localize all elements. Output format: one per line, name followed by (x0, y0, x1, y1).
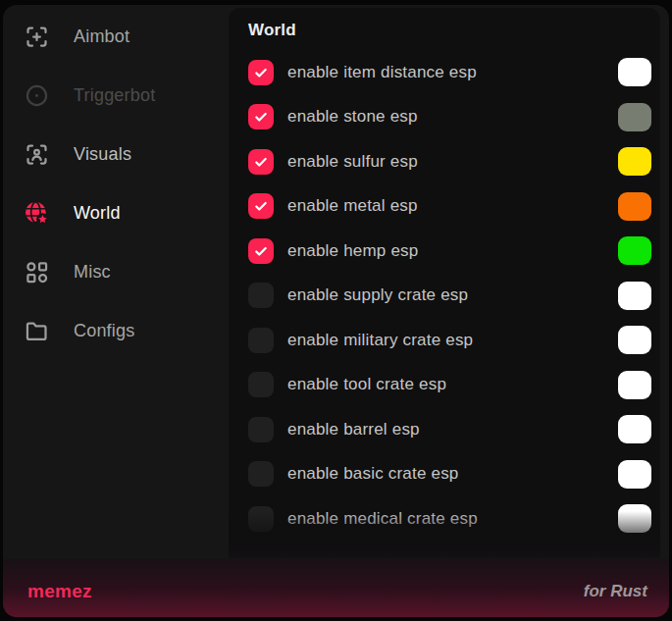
category-grid-icon (24, 259, 50, 285)
esp-checkbox[interactable] (248, 238, 274, 264)
esp-color-swatch[interactable] (618, 192, 651, 221)
sidebar: Aimbot Triggerbot Visuals (3, 5, 229, 559)
user-scan-icon (24, 141, 50, 168)
esp-row: enable basic crate esp (248, 452, 651, 497)
esp-color-swatch[interactable] (618, 549, 651, 555)
esp-checkbox[interactable] (248, 461, 274, 487)
esp-color-swatch[interactable] (618, 103, 651, 131)
esp-checkbox[interactable] (248, 149, 274, 175)
edition-label: for Rust (584, 582, 647, 601)
esp-row: enable metal esp (248, 184, 651, 230)
esp-color-swatch[interactable] (618, 504, 651, 533)
brand-label: memez (27, 581, 92, 602)
esp-row: enable medical crate esp (248, 496, 651, 542)
esp-color-swatch[interactable] (618, 58, 651, 86)
esp-row-list: enable item distance esp enable stone es… (248, 50, 651, 555)
sidebar-item-label: World (74, 203, 121, 224)
esp-color-swatch[interactable] (618, 460, 651, 489)
esp-row-label: enable item distance esp (287, 63, 477, 82)
sidebar-item-triggerbot[interactable]: Triggerbot (3, 66, 229, 125)
esp-color-swatch[interactable] (618, 236, 651, 265)
crosshair-plus-icon (24, 24, 50, 50)
esp-row: enable barrel esp (248, 407, 651, 452)
esp-row-label: enable hemp esp (287, 241, 418, 261)
esp-row: enable sulfur esp (248, 139, 651, 184)
sidebar-item-misc[interactable]: Misc (3, 242, 229, 301)
esp-row-label: enable basic crate esp (287, 464, 459, 484)
esp-color-swatch[interactable] (618, 415, 651, 443)
globe-star-icon (24, 200, 50, 227)
esp-row-label: enable medical crate esp (287, 509, 478, 529)
esp-row: enable military crate esp (248, 318, 651, 363)
checkmark-icon (253, 243, 269, 259)
sidebar-item-world[interactable]: World (3, 183, 229, 242)
esp-row-label: enable military crate esp (287, 331, 473, 350)
sidebar-item-aimbot[interactable]: Aimbot (3, 7, 229, 66)
esp-row: enable stone esp (248, 95, 651, 140)
sidebar-item-label: Configs (74, 321, 134, 341)
cheat-menu-window: Aimbot Triggerbot Visuals (3, 5, 669, 617)
esp-row-label: enable stone esp (287, 107, 418, 127)
esp-row-label: enable tool crate esp (287, 375, 446, 394)
checkmark-icon (253, 198, 269, 214)
checkmark-icon (253, 65, 269, 80)
esp-checkbox[interactable] (248, 104, 274, 129)
esp-row (248, 542, 651, 556)
footer-bar: memez for Rust (3, 559, 669, 617)
esp-row: enable supply crate esp (248, 274, 651, 319)
esp-checkbox[interactable] (248, 60, 274, 85)
sidebar-item-configs[interactable]: Configs (3, 301, 229, 360)
circle-dot-icon (24, 82, 50, 109)
esp-color-swatch[interactable] (618, 282, 651, 310)
esp-row: enable item distance esp (248, 50, 651, 95)
esp-row-label: enable sulfur esp (287, 152, 418, 172)
sidebar-item-label: Misc (74, 262, 111, 283)
esp-row: enable tool crate esp (248, 363, 651, 408)
esp-checkbox[interactable] (248, 372, 274, 397)
esp-row: enable hemp esp (248, 229, 651, 274)
checkmark-icon (253, 109, 269, 125)
esp-checkbox[interactable] (248, 506, 274, 532)
panel-title: World (248, 20, 651, 41)
esp-color-swatch[interactable] (618, 326, 651, 354)
sidebar-item-label: Visuals (74, 144, 131, 165)
esp-row-label: enable barrel esp (287, 420, 420, 440)
settings-panel: World enable item distance esp enable st… (229, 8, 660, 555)
checkmark-icon (253, 154, 269, 170)
esp-checkbox[interactable] (248, 417, 274, 442)
sidebar-item-visuals[interactable]: Visuals (3, 125, 229, 183)
esp-checkbox[interactable] (248, 283, 274, 308)
esp-checkbox[interactable] (248, 193, 274, 219)
folder-icon (24, 318, 50, 344)
esp-row-label: enable supply crate esp (287, 285, 468, 305)
esp-color-swatch[interactable] (618, 371, 651, 399)
sidebar-item-label: Triggerbot (74, 85, 155, 106)
esp-row-label: enable metal esp (287, 196, 418, 216)
esp-color-swatch[interactable] (618, 147, 651, 176)
esp-checkbox[interactable] (248, 550, 274, 555)
esp-checkbox[interactable] (248, 328, 274, 353)
sidebar-item-label: Aimbot (74, 26, 129, 47)
